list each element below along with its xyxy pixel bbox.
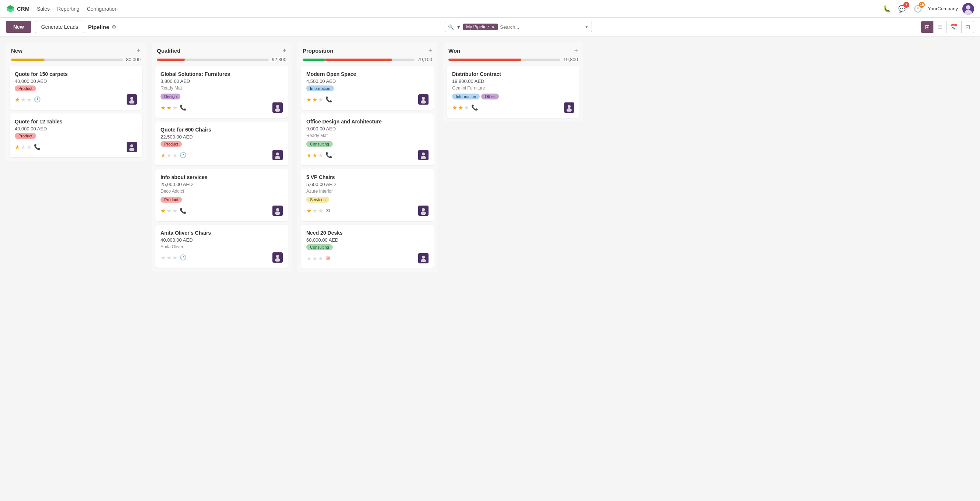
star-1[interactable]: ★	[161, 254, 165, 261]
star-rating[interactable]: ★★★	[452, 104, 469, 111]
bug-icon-button[interactable]: 🐛	[881, 3, 892, 14]
star-rating[interactable]: ★★★	[161, 152, 177, 159]
tag-services[interactable]: Services	[306, 197, 329, 203]
search-dropdown-icon[interactable]: ▼	[584, 24, 589, 29]
star-2[interactable]: ★	[166, 152, 172, 159]
card-title: Quote for 150 carpets	[15, 71, 137, 77]
card-amount: 9,000.00 AED	[306, 126, 428, 131]
calendar-view-button[interactable]: 📅	[947, 21, 962, 33]
card-user-avatar	[272, 102, 283, 113]
column-amount: 79,100	[417, 57, 432, 62]
pipeline-settings-icon[interactable]: ⚙	[111, 24, 116, 30]
star-3[interactable]: ★	[318, 255, 323, 262]
star-2[interactable]: ★	[166, 254, 172, 261]
star-rating[interactable]: ★★★	[306, 255, 323, 262]
star-1[interactable]: ★	[452, 104, 457, 111]
star-rating[interactable]: ★★★	[15, 96, 32, 103]
tag-product[interactable]: Product	[15, 133, 36, 139]
kanban-card[interactable]: Office Design and Architecture 9,000.00 …	[301, 113, 434, 165]
tag-product[interactable]: Product	[15, 85, 36, 91]
messages-button[interactable]: 💬 7	[897, 3, 908, 14]
star-1[interactable]: ★	[306, 152, 312, 159]
star-3[interactable]: ★	[318, 96, 323, 103]
kanban-card[interactable]: Modern Open Space 4,500.00 AED Informati…	[301, 66, 434, 110]
kanban-card[interactable]: Distributor Contract 19,800.00 AED Gemin…	[447, 66, 579, 118]
star-3[interactable]: ★	[172, 152, 177, 159]
star-2[interactable]: ★	[312, 207, 317, 214]
svg-point-11	[275, 156, 280, 159]
remove-filter-button[interactable]: ✕	[491, 24, 495, 29]
star-rating[interactable]: ★★★	[306, 207, 323, 214]
star-3[interactable]: ★	[464, 104, 469, 111]
star-1[interactable]: ★	[161, 207, 165, 214]
star-rating[interactable]: ★★★	[306, 96, 323, 103]
pivot-view-button[interactable]: ⊡	[962, 21, 974, 33]
card-footer: ★★★ 📞	[161, 206, 283, 216]
star-rating[interactable]: ★★★	[15, 144, 32, 151]
kanban-card[interactable]: Quote for 150 carpets 40,000.00 AED Prod…	[10, 66, 142, 110]
activity-button[interactable]: 🕐 15	[912, 3, 923, 14]
kanban-card[interactable]: Quote for 12 Tables 40,000.00 AED Produc…	[10, 113, 142, 157]
list-view-button[interactable]: ☰	[934, 21, 947, 33]
logo[interactable]: CRM	[6, 5, 29, 13]
star-3[interactable]: ★	[27, 144, 32, 151]
kanban-view-button[interactable]: ⊞	[921, 21, 934, 33]
tag-design[interactable]: Design	[161, 94, 180, 99]
star-3[interactable]: ★	[318, 152, 323, 159]
column-add-button[interactable]: +	[574, 47, 578, 54]
kanban-card[interactable]: Need 20 Desks 60,000.00 AED Consulting ★…	[301, 225, 434, 268]
star-3[interactable]: ★	[27, 96, 32, 103]
tag-consulting[interactable]: Consulting	[306, 141, 333, 147]
star-3[interactable]: ★	[318, 207, 323, 214]
new-button[interactable]: New	[6, 21, 31, 33]
star-rating[interactable]: ★★★	[161, 207, 177, 214]
kanban-card[interactable]: Info about services 25,000.00 AED Deco A…	[155, 169, 288, 221]
star-2[interactable]: ★	[21, 144, 26, 151]
star-2[interactable]: ★	[312, 96, 317, 103]
star-rating[interactable]: ★★★	[161, 254, 177, 261]
star-1[interactable]: ★	[306, 207, 312, 214]
nav-reporting[interactable]: Reporting	[57, 6, 80, 12]
tag-product[interactable]: Product	[161, 197, 182, 203]
kanban-card[interactable]: Anita Oliver's Chairs 40,000.00 AED Anit…	[155, 225, 288, 268]
star-2[interactable]: ★	[166, 104, 172, 111]
star-1[interactable]: ★	[161, 104, 165, 111]
star-3[interactable]: ★	[172, 104, 177, 111]
kanban-card[interactable]: Global Solutions: Furnitures 3,800.00 AE…	[155, 66, 288, 118]
star-1[interactable]: ★	[306, 255, 312, 262]
star-3[interactable]: ★	[172, 207, 177, 214]
tag-information[interactable]: Information	[452, 94, 480, 99]
card-amount: 40,000.00 AED	[15, 126, 137, 131]
star-1[interactable]: ★	[306, 96, 312, 103]
clock-icon: 🕐	[180, 254, 187, 261]
star-2[interactable]: ★	[21, 96, 26, 103]
nav-sales[interactable]: Sales	[37, 6, 50, 12]
star-2[interactable]: ★	[166, 207, 172, 214]
kanban-card[interactable]: 5 VP Chairs 5,600.00 AED Azure Interior …	[301, 169, 434, 221]
card-tags: Product	[15, 85, 137, 91]
search-input[interactable]	[500, 24, 582, 30]
kanban-card[interactable]: Quote for 600 Chairs 22,500.00 AED Produ…	[155, 121, 288, 165]
column-add-button[interactable]: +	[282, 47, 286, 54]
user-avatar[interactable]	[963, 3, 974, 15]
star-rating[interactable]: ★★★	[306, 152, 323, 159]
nav-configuration[interactable]: Configuration	[87, 6, 118, 12]
star-rating[interactable]: ★★★	[161, 104, 177, 111]
column-add-button[interactable]: +	[137, 47, 141, 54]
star-2[interactable]: ★	[458, 104, 463, 111]
column-add-button[interactable]: +	[428, 47, 432, 54]
star-1[interactable]: ★	[15, 96, 20, 103]
my-pipeline-filter[interactable]: My Pipeline ✕	[463, 24, 498, 30]
star-2[interactable]: ★	[312, 152, 317, 159]
card-tags: InformationOther	[452, 94, 574, 99]
tag-product[interactable]: Product	[161, 141, 182, 147]
tag-other[interactable]: Other	[481, 94, 499, 99]
tag-consulting[interactable]: Consulting	[306, 244, 333, 250]
star-1[interactable]: ★	[15, 144, 20, 151]
generate-leads-button[interactable]: Generate Leads	[35, 21, 84, 33]
star-2[interactable]: ★	[312, 255, 317, 262]
star-3[interactable]: ★	[172, 254, 177, 261]
card-tags: Consulting	[306, 141, 428, 147]
star-1[interactable]: ★	[161, 152, 165, 159]
tag-information[interactable]: Information	[306, 85, 334, 91]
